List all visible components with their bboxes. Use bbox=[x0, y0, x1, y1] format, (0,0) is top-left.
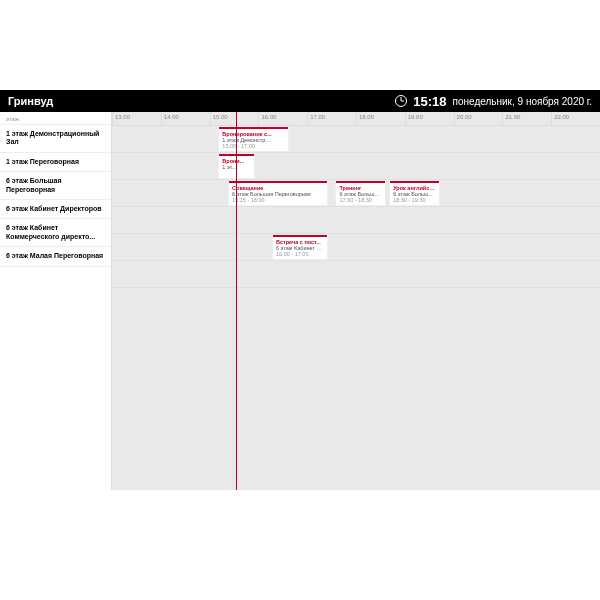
event-card[interactable]: Тренинг6 этаж Больш...17:30 - 18:30 bbox=[336, 181, 385, 205]
room-sidebar: этаж 1 этаж Демонстрационный Зал1 этаж П… bbox=[0, 112, 112, 490]
time-tick: 19.00 bbox=[405, 112, 454, 125]
room-item[interactable]: 6 этаж Большая Переговорная bbox=[0, 172, 111, 200]
event-card[interactable]: Урок английского6 этаж Больш...18:30 - 1… bbox=[390, 181, 439, 205]
room-item[interactable]: 6 этаж Кабинет Коммерческого директо... bbox=[0, 219, 111, 247]
room-item[interactable]: 6 этаж Малая Переговорная bbox=[0, 247, 111, 266]
schedule-row[interactable]: Совещание6 этаж Большая Переговорная15:1… bbox=[112, 180, 600, 207]
event-time: 15:00 - 17:00 bbox=[222, 143, 284, 149]
room-item[interactable]: 6 этаж Кабинет Директоров bbox=[0, 200, 111, 219]
schedule-row[interactable] bbox=[112, 207, 600, 234]
time-tick: 17.00 bbox=[307, 112, 356, 125]
timeline: 13.0014.0015.0016.0017.0018.0019.0020.00… bbox=[112, 112, 600, 126]
room-item[interactable]: 1 этаж Переговорная bbox=[0, 153, 111, 172]
event-time: 17:30 - 18:30 bbox=[339, 197, 382, 203]
time-tick: 20.00 bbox=[454, 112, 503, 125]
room-item[interactable]: 1 этаж Демонстрационный Зал bbox=[0, 125, 111, 153]
time-tick: 15.00 bbox=[210, 112, 259, 125]
now-indicator bbox=[236, 112, 237, 490]
current-time: 15:18 bbox=[413, 94, 446, 109]
event-card[interactable]: Встреча с пост...6 этаж Кабинет К...16:0… bbox=[273, 235, 327, 259]
time-tick: 22.00 bbox=[551, 112, 600, 125]
event-time: 15:15 - 18:00 bbox=[232, 197, 324, 203]
time-tick: 21.00 bbox=[502, 112, 551, 125]
sidebar-heading: этаж bbox=[0, 112, 111, 125]
event-time: 16:00 - 17:00 bbox=[276, 251, 324, 257]
time-tick: 16.00 bbox=[258, 112, 307, 125]
schedule-row[interactable]: Брони...1 эт... bbox=[112, 153, 600, 180]
schedule-grid[interactable]: 13.0014.0015.0016.0017.0018.0019.0020.00… bbox=[112, 112, 600, 490]
schedule-row[interactable] bbox=[112, 261, 600, 288]
time-tick: 18.00 bbox=[356, 112, 405, 125]
time-tick: 14.00 bbox=[161, 112, 210, 125]
clock-icon bbox=[395, 95, 407, 107]
current-date: понедельник, 9 ноября 2020 г. bbox=[453, 96, 592, 107]
app-title: Гринвуд bbox=[8, 95, 53, 107]
time-tick: 13.00 bbox=[112, 112, 161, 125]
event-time: 18:30 - 19:30 bbox=[393, 197, 436, 203]
schedule-body: этаж 1 этаж Демонстрационный Зал1 этаж П… bbox=[0, 112, 600, 490]
schedule-row[interactable]: Бронирование с...1 этаж Демонстр...15:00… bbox=[112, 126, 600, 153]
schedule-row[interactable]: Встреча с пост...6 этаж Кабинет К...16:0… bbox=[112, 234, 600, 261]
header-bar: Гринвуд 15:18 понедельник, 9 ноября 2020… bbox=[0, 90, 600, 112]
schedule-rows: Бронирование с...1 этаж Демонстр...15:00… bbox=[112, 126, 600, 490]
header-clock: 15:18 понедельник, 9 ноября 2020 г. bbox=[395, 94, 592, 109]
event-card[interactable]: Бронирование с...1 этаж Демонстр...15:00… bbox=[219, 127, 287, 151]
event-card[interactable]: Совещание6 этаж Большая Переговорная15:1… bbox=[229, 181, 327, 205]
